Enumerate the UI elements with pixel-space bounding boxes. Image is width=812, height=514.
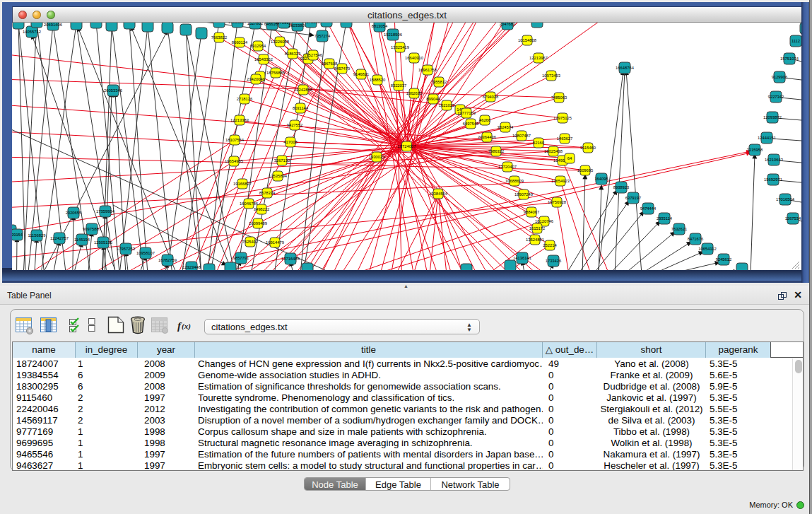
svg-text:9427552: 9427552 — [287, 123, 303, 127]
svg-text:7955812: 7955812 — [431, 80, 447, 84]
svg-text:9146821: 9146821 — [353, 72, 370, 76]
svg-text:16782759: 16782759 — [158, 258, 177, 262]
svg-text:12093872: 12093872 — [763, 115, 782, 119]
svg-text:46266: 46266 — [479, 118, 490, 122]
svg-text:1588520: 1588520 — [370, 78, 386, 82]
svg-text:16046786: 16046786 — [240, 201, 258, 206]
svg-text:1527802: 1527802 — [247, 23, 264, 25]
svg-text:8322037: 8322037 — [391, 83, 407, 88]
svg-text:15751074: 15751074 — [780, 57, 799, 61]
svg-text:13527546: 13527546 — [304, 53, 322, 57]
svg-text:15692971: 15692971 — [764, 177, 782, 182]
svg-text:3215958: 3215958 — [747, 148, 763, 152]
svg-text:64: 64 — [567, 156, 572, 160]
svg-text:3498222: 3498222 — [254, 207, 270, 211]
svg-text:19218506: 19218506 — [384, 33, 402, 37]
svg-text:2047682: 2047682 — [500, 23, 516, 26]
svg-text:164095: 164095 — [594, 177, 608, 181]
svg-text:1621025: 1621025 — [439, 103, 455, 107]
svg-text:13226058: 13226058 — [271, 40, 289, 44]
svg-text:11156829: 11156829 — [28, 233, 46, 238]
svg-text:12242757: 12242757 — [50, 236, 69, 240]
svg-text:14136141: 14136141 — [513, 256, 531, 260]
svg-text:39154: 39154 — [12, 233, 23, 237]
svg-text:18724007: 18724007 — [398, 144, 416, 148]
svg-text:417008: 417008 — [283, 140, 297, 144]
svg-text:12213967: 12213967 — [529, 56, 548, 60]
svg-text:18107554: 18107554 — [225, 138, 245, 142]
svg-text:3624574: 3624574 — [498, 125, 514, 129]
svg-text:19777169: 19777169 — [457, 111, 476, 115]
svg-text:8660124: 8660124 — [232, 40, 248, 45]
svg-text:899044: 899044 — [426, 97, 440, 101]
svg-text:20691406: 20691406 — [44, 23, 62, 27]
svg-text:2935114: 2935114 — [657, 216, 673, 221]
svg-text:12213383: 12213383 — [230, 118, 249, 122]
svg-text:7663822: 7663822 — [211, 35, 228, 40]
svg-text:16099489: 16099489 — [249, 221, 267, 226]
svg-text:12975125: 12975125 — [553, 116, 572, 120]
svg-text:13654923: 13654923 — [551, 179, 570, 183]
svg-text:3267130: 3267130 — [274, 158, 290, 163]
svg-text:16648764: 16648764 — [616, 66, 635, 70]
svg-text:9227342: 9227342 — [768, 95, 784, 99]
svg-text:8457479: 8457479 — [334, 66, 351, 71]
svg-text:2967608: 2967608 — [322, 62, 338, 66]
svg-text:12505135: 12505135 — [94, 240, 112, 245]
svg-text:19756928: 19756928 — [548, 200, 566, 204]
svg-text:17359934: 17359934 — [96, 209, 115, 214]
svg-text:1615172: 1615172 — [529, 226, 546, 230]
svg-text:7986322: 7986322 — [488, 149, 505, 153]
svg-text:7485063: 7485063 — [551, 95, 567, 100]
svg-text:62160: 62160 — [533, 141, 544, 145]
svg-text:1145194: 1145194 — [74, 238, 90, 242]
svg-text:8578334: 8578334 — [259, 191, 276, 195]
svg-text:9115460: 9115460 — [580, 146, 596, 150]
svg-text:10688609: 10688609 — [505, 179, 524, 183]
svg-text:8186323: 8186323 — [285, 52, 301, 56]
svg-text:23420046: 23420046 — [247, 77, 265, 81]
svg-text:1463627: 1463627 — [557, 136, 573, 141]
svg-text:17016504: 17016504 — [776, 197, 795, 201]
svg-text:26053346: 26053346 — [104, 88, 122, 93]
svg-text:7357274: 7357274 — [314, 34, 331, 38]
svg-text:16210643: 16210643 — [765, 158, 783, 162]
svg-text:6794028: 6794028 — [483, 95, 499, 99]
svg-text:12242848: 12242848 — [294, 88, 312, 92]
svg-text:6379197: 6379197 — [625, 196, 642, 200]
svg-text:9245612: 9245612 — [716, 257, 732, 262]
svg-text:16543362: 16543362 — [254, 57, 273, 62]
svg-text:16120746: 16120746 — [535, 219, 553, 223]
svg-text:8471676: 8471676 — [688, 237, 704, 241]
svg-text:13535894: 13535894 — [269, 174, 288, 178]
svg-text:2020655: 2020655 — [66, 211, 82, 215]
svg-text:13716485: 13716485 — [281, 257, 300, 261]
svg-text:10973493: 10973493 — [542, 74, 560, 78]
svg-text:19166827: 19166827 — [233, 182, 252, 186]
svg-text:90975887: 90975887 — [83, 227, 101, 231]
svg-text:2718126: 2718126 — [237, 97, 253, 101]
svg-text:13524851: 13524851 — [526, 238, 544, 242]
svg-text:6497546: 6497546 — [463, 122, 479, 126]
svg-text:1009695: 1009695 — [577, 168, 594, 173]
svg-text:9129906: 9129906 — [772, 75, 788, 79]
svg-text:10807487: 10807487 — [512, 134, 531, 138]
svg-text:1112: 1112 — [792, 39, 800, 43]
svg-text:(x): (x) — [182, 322, 191, 331]
svg-text:8031144: 8031144 — [293, 106, 309, 110]
svg-text:18756885: 18756885 — [266, 71, 285, 75]
svg-text:20364436: 20364436 — [478, 135, 496, 139]
svg-text:7632621: 7632621 — [671, 227, 688, 231]
svg-text:1733426: 1733426 — [546, 259, 562, 263]
svg-text:9884067: 9884067 — [524, 210, 540, 214]
svg-text:1362635: 1362635 — [406, 91, 423, 95]
svg-text:17957253: 17957253 — [117, 247, 135, 251]
svg-text:10154808: 10154808 — [518, 38, 536, 42]
svg-text:13720407: 13720407 — [498, 165, 517, 169]
svg-text:16671355: 16671355 — [302, 23, 320, 24]
svg-text:10025438: 10025438 — [544, 149, 563, 153]
svg-text:16961758: 16961758 — [418, 68, 437, 72]
svg-text:252214: 252214 — [543, 243, 557, 247]
svg-text:16914479: 16914479 — [266, 240, 284, 245]
svg-text:1930023: 1930023 — [369, 155, 385, 159]
